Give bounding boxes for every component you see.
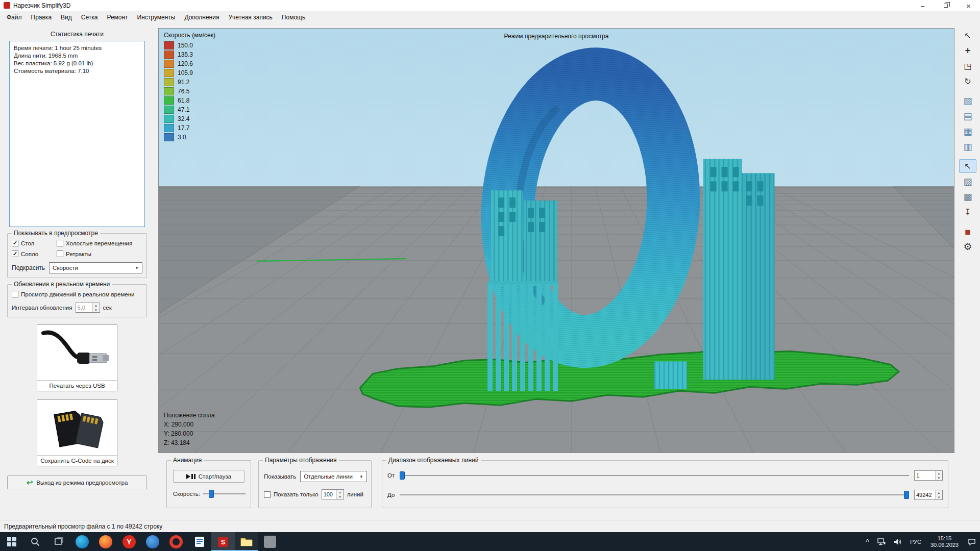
nozzle-x: X: 290.000 xyxy=(164,420,215,429)
preview-show-group-title: Показывать в предпросмотре xyxy=(12,230,100,237)
language-indicator[interactable]: РУС xyxy=(906,532,925,551)
preview-mode-icon[interactable]: ↖ xyxy=(959,159,976,173)
checkbox-live-preview[interactable]: Просмотр движений в реальном времени xyxy=(12,291,142,297)
checkbox-icon[interactable] xyxy=(57,251,63,257)
spin-down-icon[interactable] xyxy=(936,475,942,480)
spin-up-icon[interactable] xyxy=(337,490,344,494)
save-gcode-button[interactable]: Сохранить G-Code на диск xyxy=(37,399,117,466)
range-from-spinner[interactable] xyxy=(914,470,943,481)
exit-preview-button[interactable]: ↩ Выход из режима предпросмотра xyxy=(7,475,147,489)
range-to-input[interactable] xyxy=(915,490,935,499)
range-to-slider[interactable] xyxy=(400,490,909,499)
menu-view[interactable]: Вид xyxy=(56,11,77,23)
show-only-checkbox[interactable] xyxy=(264,491,271,498)
move-tool-icon[interactable]: + xyxy=(959,44,976,58)
menu-account[interactable]: Учетная запись xyxy=(224,11,277,23)
range-from-input[interactable] xyxy=(915,471,935,480)
taskbar-app-explorer[interactable] xyxy=(235,532,258,551)
usb-cable-image xyxy=(37,325,117,380)
interval-input[interactable] xyxy=(76,303,92,312)
cross-section-icon[interactable]: ▩ xyxy=(959,190,976,204)
checkbox-icon[interactable] xyxy=(12,251,18,257)
view-iso-icon[interactable]: ▧ xyxy=(959,94,976,108)
preview-controls: Анимация Старт/пауза Скорость: Параметры… xyxy=(158,457,954,517)
tint-dropdown-value: Скорости xyxy=(53,265,78,271)
menu-help[interactable]: Помощь xyxy=(277,11,310,23)
taskbar-clock[interactable]: 15:15 30.06.2023 xyxy=(925,532,964,551)
spin-down-icon[interactable] xyxy=(936,495,942,499)
taskbar-app-simplify3d[interactable]: S xyxy=(211,532,235,551)
menu-repair[interactable]: Ремонт xyxy=(102,11,132,23)
spin-up-icon[interactable] xyxy=(936,471,942,475)
range-from-thumb[interactable] xyxy=(400,471,405,480)
menu-tools[interactable]: Инструменты xyxy=(133,11,180,23)
taskbar-app-yandex[interactable]: Y xyxy=(117,532,141,551)
start-pause-label: Старт/пауза xyxy=(199,473,231,480)
volume-button[interactable] xyxy=(890,532,906,551)
speed-slider-thumb[interactable] xyxy=(209,490,214,498)
taskbar-app-opera[interactable] xyxy=(164,532,188,551)
taskbar-app-firefox[interactable] xyxy=(94,532,117,551)
print-usb-button[interactable]: Печатать через USB xyxy=(37,324,117,391)
tint-dropdown[interactable]: Скорости xyxy=(49,262,142,273)
menu-addons[interactable]: Дополнения xyxy=(180,11,224,23)
network-button[interactable] xyxy=(873,532,890,551)
start-button[interactable] xyxy=(0,532,23,551)
action-center-button[interactable] xyxy=(964,532,980,551)
spin-down-icon[interactable] xyxy=(337,494,344,499)
close-button[interactable]: × xyxy=(957,0,980,11)
checkbox-icon[interactable] xyxy=(12,240,18,246)
start-pause-button[interactable]: Старт/пауза xyxy=(173,470,244,483)
settings-gear-icon[interactable]: ⚙ xyxy=(959,240,976,254)
legend-value: 17.7 xyxy=(178,124,189,132)
view-side-icon[interactable]: ▥ xyxy=(959,140,976,154)
spin-down-icon[interactable] xyxy=(93,308,100,312)
chevron-down-icon[interactable] xyxy=(357,472,365,481)
checkbox-table[interactable]: Стол xyxy=(12,240,57,246)
save-gcode-label: Сохранить G-Code на диск xyxy=(37,455,117,466)
speed-slider[interactable] xyxy=(203,489,246,498)
line-count-input[interactable] xyxy=(322,490,336,499)
checkbox-nozzle[interactable]: Сопло xyxy=(12,251,57,257)
chevron-down-icon[interactable] xyxy=(133,263,141,272)
search-button[interactable] xyxy=(23,532,47,551)
spin-up-icon[interactable] xyxy=(936,490,942,495)
select-tool-icon[interactable]: ↖ xyxy=(959,29,976,42)
menu-mesh[interactable]: Сетка xyxy=(77,11,103,23)
taskbar-app-blue[interactable] xyxy=(141,532,164,551)
checkbox-icon[interactable] xyxy=(12,291,18,297)
legend-value: 3.0 xyxy=(178,134,186,141)
action-center-icon xyxy=(968,538,976,545)
legend-value: 32.4 xyxy=(178,115,189,122)
minimize-button[interactable]: – xyxy=(911,0,934,11)
spin-up-icon[interactable] xyxy=(93,303,100,308)
view-top-icon[interactable]: ▤ xyxy=(959,109,976,123)
support-tool-icon[interactable]: ◼ xyxy=(959,224,976,238)
range-from-slider[interactable] xyxy=(400,471,909,480)
line-count-spinner[interactable] xyxy=(322,489,344,499)
view-front-icon[interactable]: ▦ xyxy=(959,124,976,138)
checkbox-retracts[interactable]: Ретракты xyxy=(57,251,142,257)
show-only-label: Показать только xyxy=(274,491,318,497)
left-panel: Статистика печати Время печати: 1 hour 2… xyxy=(0,23,154,520)
drop-to-bed-icon[interactable]: ↧ xyxy=(959,205,976,219)
restore-button[interactable] xyxy=(934,0,957,11)
range-to-thumb[interactable] xyxy=(904,491,909,499)
taskbar-app-gray[interactable] xyxy=(258,532,282,551)
interval-spinner[interactable] xyxy=(76,303,100,313)
checkbox-travel-moves[interactable]: Холостые перемещения xyxy=(57,240,142,246)
viewport-3d[interactable]: Режим предварительного просмотра Скорост… xyxy=(158,28,954,453)
taskbar-app-document[interactable] xyxy=(188,532,211,551)
rotate-tool-icon[interactable]: ↻ xyxy=(959,74,976,88)
menu-file[interactable]: Файл xyxy=(2,11,27,23)
legend-swatch xyxy=(164,51,174,59)
taskbar-app-edge[interactable] xyxy=(70,532,94,551)
task-view-button[interactable] xyxy=(47,532,70,551)
hidden-icons-button[interactable] xyxy=(862,532,873,551)
scale-tool-icon[interactable]: ◳ xyxy=(959,59,976,73)
range-to-spinner[interactable] xyxy=(914,490,943,500)
checkbox-icon[interactable] xyxy=(57,240,63,246)
cube-view-icon[interactable]: ▨ xyxy=(959,174,976,188)
show-mode-dropdown[interactable]: Отдельные линии xyxy=(300,471,367,482)
menu-edit[interactable]: Правка xyxy=(27,11,57,23)
